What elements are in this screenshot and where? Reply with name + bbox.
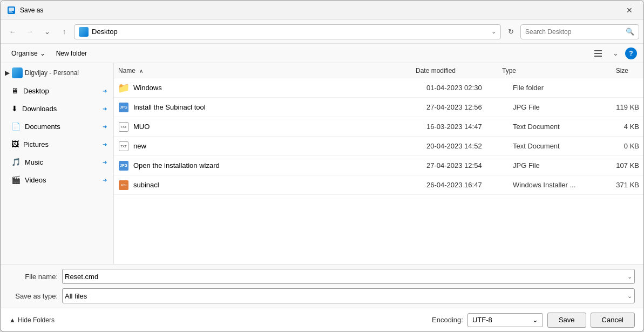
sidebar-item-pictures[interactable]: 🖼 Pictures ➔ [3, 135, 111, 153]
organise-button[interactable]: Organise ⌄ [7, 46, 50, 60]
downloads-icon: ⬇ [11, 104, 18, 113]
close-button[interactable]: ✕ [622, 3, 637, 18]
file-name: MUO [133, 123, 150, 131]
file-date: 26-04-2023 16:47 [422, 181, 509, 189]
sidebar-cloud-group[interactable]: ▶ Digvijay - Personal [1, 65, 113, 80]
organise-dropdown-icon: ⌄ [40, 50, 45, 57]
new-folder-label: New folder [56, 50, 87, 57]
up-button[interactable]: ↑ [57, 24, 72, 39]
file-date: 16-03-2023 14:47 [422, 123, 509, 131]
file-type: JPG File [509, 103, 595, 111]
desktop-icon: 🖥 [11, 86, 19, 95]
folder-icon: 📁 [118, 82, 130, 94]
encoding-dropdown-arrow[interactable]: ⌄ [532, 316, 538, 324]
sidebar-item-desktop[interactable]: 🖥 Desktop ➔ [3, 82, 111, 99]
table-row[interactable]: TXT new 20-04-2023 14:52 Text Document 0… [114, 137, 643, 156]
table-row[interactable]: JPG Install the Subinacl tool 27-04-2023… [114, 98, 643, 117]
file-type: Text Document [509, 142, 595, 150]
file-size: 119 KB [595, 103, 643, 111]
filetype-label: Save as type: [9, 292, 58, 300]
sidebar-nav-section: 🖥 Desktop ➔ ⬇ Downloads ➔ 📄 Documents ➔ … [1, 80, 113, 190]
filetype-row: Save as type: ⌄ [1, 286, 643, 308]
svg-rect-2 [9, 11, 12, 12]
sidebar-item-music[interactable]: 🎵 Music ➔ [3, 153, 111, 171]
view-dropdown-button[interactable]: ⌄ [608, 46, 623, 61]
title-bar: Save as ✕ [1, 1, 643, 20]
filename-input-wrapper[interactable]: ⌄ [62, 269, 635, 284]
hide-folders-button[interactable]: ▲ Hide Folders [9, 316, 55, 324]
table-row[interactable]: JPG Open the installation wizard 27-04-2… [114, 156, 643, 175]
sidebar-videos-label: Videos [25, 176, 46, 184]
desktop-pin-icon: ➔ [103, 88, 107, 94]
cloud-icon [12, 67, 23, 78]
table-row[interactable]: TXT MUO 16-03-2023 14:47 Text Document 4… [114, 117, 643, 137]
file-name: Install the Subinacl tool [133, 103, 206, 111]
svg-rect-3 [9, 12, 13, 13]
videos-icon: 🎬 [11, 175, 21, 184]
forward-button[interactable]: → [22, 24, 37, 39]
encoding-label: Encoding: [432, 316, 463, 324]
toolbar-right: ⌄ ? [591, 46, 637, 61]
search-input[interactable] [525, 28, 622, 36]
jpg-icon: JPG [119, 161, 128, 171]
txt-icon: TXT [119, 141, 128, 151]
save-as-dialog: Save as ✕ ← → ⌄ ↑ Desktop ⌄ ↻ 🔍 Organise… [0, 0, 644, 332]
encoding-select[interactable]: UTF-8 ⌄ [467, 313, 543, 327]
sidebar-music-label: Music [25, 158, 43, 166]
encoding-value: UTF-8 [472, 316, 532, 324]
dialog-icon [7, 6, 16, 15]
hide-folders-arrow-icon: ▲ [9, 316, 16, 324]
content-area: ▶ Digvijay - Personal 🖥 Desktop ➔ ⬇ Down… [1, 63, 643, 264]
filetype-input[interactable] [65, 292, 627, 300]
table-row[interactable]: 📁 Windows 01-04-2023 02:30 File folder [114, 78, 643, 98]
msi-icon: MSI [119, 180, 128, 190]
filetype-dropdown-arrow[interactable]: ⌄ [627, 293, 632, 300]
file-list-header: Name ∧ Date modified Type Size [114, 63, 643, 78]
sidebar-pictures-label: Pictures [23, 140, 49, 148]
cloud-item-label: Digvijay - Personal [25, 69, 79, 77]
file-size: 0 KB [595, 142, 643, 150]
sidebar-item-videos[interactable]: 🎬 Videos ➔ [3, 171, 111, 188]
filename-label: File name: [9, 273, 58, 281]
table-row[interactable]: MSI subinacl 26-04-2023 16:47 Windows In… [114, 175, 643, 195]
save-button[interactable]: Save [547, 313, 586, 328]
address-icon [79, 27, 89, 37]
pictures-icon: 🖼 [11, 140, 19, 148]
col-name-header[interactable]: Name ∧ [114, 67, 411, 74]
col-type-header[interactable]: Type [498, 67, 584, 74]
svg-rect-6 [594, 56, 602, 57]
refresh-button[interactable]: ↻ [503, 24, 518, 39]
file-size: 4 KB [595, 123, 643, 131]
file-name: new [133, 142, 146, 150]
col-size-header[interactable]: Size [584, 67, 633, 74]
file-type: File folder [509, 84, 595, 92]
cancel-button[interactable]: Cancel [591, 313, 635, 328]
file-rows-container: 📁 Windows 01-04-2023 02:30 File folder J… [114, 78, 643, 195]
videos-pin-icon: ➔ [103, 177, 107, 183]
view-options-button[interactable] [591, 46, 606, 61]
bottom-area: File name: ⌄ Save as type: ⌄ [1, 264, 643, 308]
nav-bar: ← → ⌄ ↑ Desktop ⌄ ↻ 🔍 [1, 20, 643, 44]
search-box[interactable]: 🔍 [520, 24, 639, 39]
file-date: 20-04-2023 14:52 [422, 142, 509, 150]
pictures-pin-icon: ➔ [103, 141, 107, 147]
filetype-input-wrapper[interactable]: ⌄ [62, 288, 635, 303]
filename-input[interactable] [65, 273, 627, 281]
file-type: JPG File [509, 161, 595, 170]
up-dropdown-button[interactable]: ⌄ [39, 24, 55, 39]
sidebar-documents-label: Documents [25, 123, 60, 131]
help-button[interactable]: ? [625, 48, 637, 59]
dialog-title: Save as [20, 6, 622, 14]
address-bar[interactable]: Desktop ⌄ [74, 24, 501, 39]
downloads-pin-icon: ➔ [103, 106, 107, 112]
col-date-header[interactable]: Date modified [411, 67, 498, 74]
back-button[interactable]: ← [5, 24, 20, 39]
sidebar-downloads-label: Downloads [22, 105, 57, 113]
sidebar-item-downloads[interactable]: ⬇ Downloads ➔ [3, 100, 111, 117]
address-dropdown-arrow[interactable]: ⌄ [491, 28, 496, 35]
file-size: 107 KB [595, 161, 643, 170]
sidebar-item-documents[interactable]: 📄 Documents ➔ [3, 118, 111, 135]
documents-pin-icon: ➔ [103, 124, 107, 130]
filename-dropdown-arrow[interactable]: ⌄ [627, 273, 632, 280]
new-folder-button[interactable]: New folder [52, 46, 91, 60]
